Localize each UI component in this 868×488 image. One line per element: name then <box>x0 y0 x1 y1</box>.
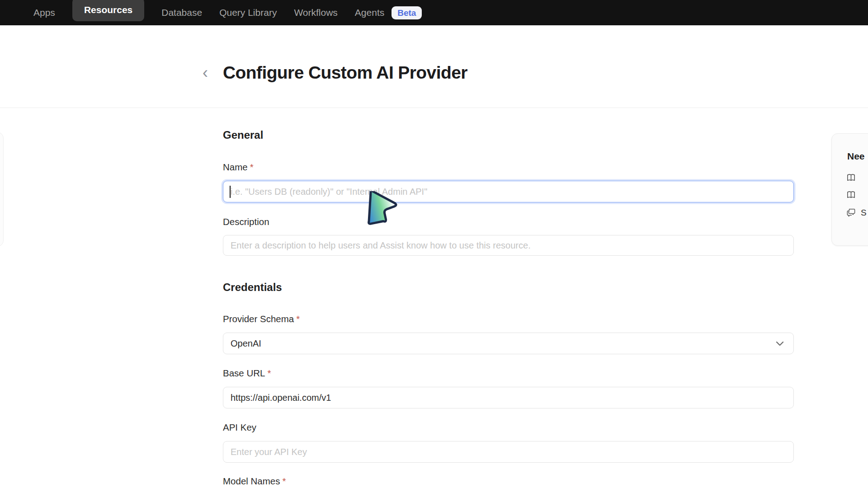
help-support-label: S <box>861 208 867 218</box>
name-input[interactable] <box>223 181 794 202</box>
header-divider <box>0 108 868 108</box>
back-button[interactable]: ‹ <box>203 65 208 81</box>
help-link-docs-2[interactable] <box>846 190 856 200</box>
provider-schema-label-text: Provider Schema <box>223 314 294 324</box>
page-title: Configure Custom AI Provider <box>223 63 467 83</box>
top-nav: Apps Resources Database Query Library Wo… <box>0 0 868 25</box>
api-key-label: API Key <box>223 422 256 433</box>
help-card: Nee S <box>831 133 868 246</box>
nav-item-apps[interactable]: Apps <box>33 7 55 18</box>
book-icon <box>846 173 856 183</box>
api-key-input[interactable] <box>223 441 794 463</box>
api-key-label-text: API Key <box>223 422 256 432</box>
help-link-docs-1[interactable] <box>846 173 856 183</box>
name-label: Name* <box>223 162 254 173</box>
model-names-label-text: Model Names <box>223 476 280 486</box>
nav-item-agents[interactable]: Agents Beta <box>355 6 422 19</box>
screen: Apps Resources Database Query Library Wo… <box>0 0 868 488</box>
required-asterisk: * <box>296 314 300 324</box>
provider-schema-value: OpenAI <box>231 338 261 349</box>
nav-item-resources[interactable]: Resources <box>72 0 144 21</box>
base-url-label-text: Base URL <box>223 368 265 378</box>
nav-agents-label: Agents <box>355 7 384 18</box>
description-label-text: Description <box>223 216 269 227</box>
required-asterisk: * <box>250 162 254 172</box>
help-link-support[interactable]: S <box>846 207 867 218</box>
chevron-down-icon <box>774 338 785 349</box>
provider-schema-label: Provider Schema* <box>223 314 300 324</box>
text-caret <box>230 186 231 198</box>
model-names-label: Model Names* <box>223 476 286 487</box>
nav-item-query-library[interactable]: Query Library <box>219 7 277 18</box>
left-peek-card <box>0 132 4 247</box>
nav-item-database[interactable]: Database <box>161 7 202 18</box>
base-url-label: Base URL* <box>223 368 271 379</box>
required-asterisk: * <box>267 368 271 378</box>
description-label: Description <box>223 216 269 227</box>
required-asterisk: * <box>282 476 286 486</box>
credentials-section-heading: Credentials <box>223 281 282 294</box>
beta-badge: Beta <box>392 6 422 19</box>
mouse-cursor-pointer <box>364 191 399 229</box>
name-label-text: Name <box>223 162 248 172</box>
nav-item-workflows[interactable]: Workflows <box>294 7 337 18</box>
help-card-title: Nee <box>847 151 865 162</box>
provider-schema-select[interactable]: OpenAI <box>223 333 794 354</box>
description-input[interactable] <box>223 235 794 256</box>
chat-icon <box>846 207 856 218</box>
book-icon <box>846 190 856 200</box>
general-section-heading: General <box>223 129 263 141</box>
base-url-input[interactable] <box>223 387 794 408</box>
